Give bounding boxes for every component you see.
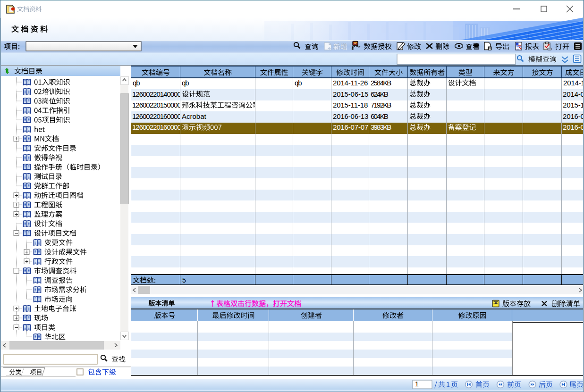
svg-text:2016-07-07: 2016-07-07	[333, 123, 368, 131]
svg-text:2014-11-26: 2014-11-26	[333, 79, 368, 87]
svg-text:qb: qb	[182, 79, 189, 87]
svg-text:2015-06-15: 2015-06-15	[333, 90, 368, 98]
svg-text:1260022016000000: 1260022016000000	[132, 112, 188, 120]
svg-text:1260022014000000: 1260022014000000	[132, 90, 188, 98]
svg-text:1260022015000000: 1260022015000000	[132, 101, 188, 109]
svg-text:1260022016000000: 1260022016000000	[132, 123, 188, 131]
svg-text:3983KB: 3983KB	[371, 123, 391, 131]
svg-text:604KB: 604KB	[371, 112, 389, 120]
svg-text:qb: qb	[295, 79, 302, 87]
svg-text:2584KB: 2584KB	[371, 79, 391, 87]
svg-text:5: 5	[182, 276, 186, 284]
svg-text:2015-11-18: 2015-11-18	[333, 101, 368, 109]
svg-text:7192KB: 7192KB	[371, 101, 391, 109]
svg-text:2014-07-15: 2014-07-15	[563, 90, 584, 98]
svg-text:2016-06-13: 2016-06-13	[333, 112, 368, 120]
svg-text:2016-06-13: 2016-06-13	[563, 112, 584, 120]
svg-text:2015-11-18: 2015-11-18	[563, 101, 584, 109]
svg-text:2014-11-26: 2014-11-26	[563, 79, 584, 87]
svg-text:qb: qb	[133, 79, 140, 87]
svg-text:Acrobat: Acrobat	[182, 112, 207, 120]
svg-text:2016-07-07: 2016-07-07	[563, 123, 584, 131]
svg-text:1: 1	[415, 380, 419, 388]
svg-text:624KB: 624KB	[371, 90, 389, 98]
